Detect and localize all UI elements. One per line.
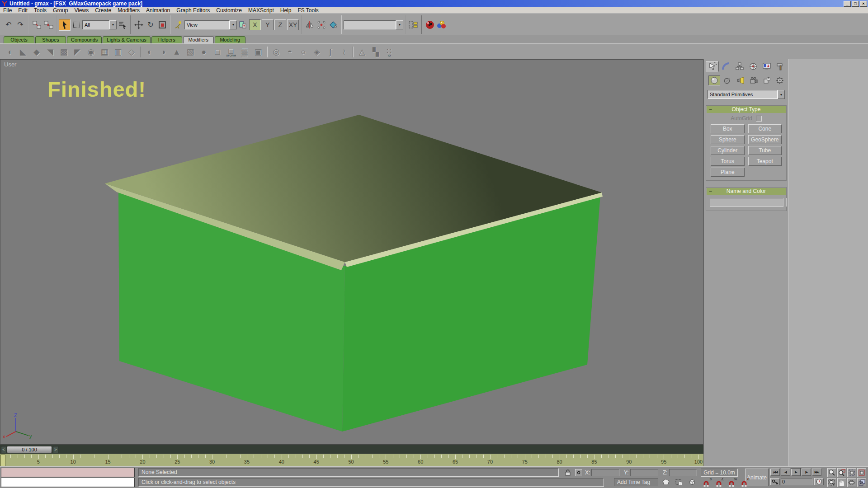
modifier-icon-explode[interactable]: ▲ [170, 46, 184, 58]
time-marker[interactable] [0, 455, 5, 466]
primitives-dropdown[interactable]: Standard Primitives ▼ [708, 90, 785, 99]
menu-customize[interactable]: Customize [213, 7, 245, 14]
min-max-toggle-button[interactable] [857, 478, 866, 487]
category-shapes[interactable] [722, 75, 733, 85]
tab-lights-cameras[interactable]: Lights & Cameras [103, 36, 150, 43]
axis-z-button[interactable]: Z [274, 19, 286, 30]
array-icon[interactable] [316, 19, 327, 31]
next-frame-arrow[interactable]: > [53, 446, 58, 453]
tab-hierarchy[interactable] [733, 61, 746, 72]
menu-edit[interactable]: Edit [15, 7, 31, 14]
modifier-icon-taper[interactable]: ◣ [16, 46, 30, 58]
category-cameras[interactable] [748, 75, 760, 85]
redo-icon[interactable]: ↷ [14, 19, 26, 31]
object-type-button-cone[interactable]: Cone [748, 124, 782, 133]
select-and-link-icon[interactable] [31, 19, 42, 31]
coordinate-system-dropdown[interactable]: View ▼ [184, 20, 237, 29]
menu-tools[interactable]: Tools [31, 7, 50, 14]
category-systems[interactable] [774, 75, 786, 85]
move-icon[interactable] [133, 19, 145, 31]
object-type-button-cylinder[interactable]: Cylinder [711, 146, 745, 155]
tab-compounds[interactable]: Compounds [67, 36, 102, 43]
modifier-icon-spline[interactable]: ∫ [324, 46, 337, 58]
polygon-icon[interactable] [662, 479, 670, 486]
next-frame-button[interactable]: |▶ [802, 469, 811, 476]
menu-modifiers[interactable]: Modifiers [114, 7, 143, 14]
time-slider-track[interactable]: < 0 / 100 > [0, 445, 703, 454]
menu-fs-tools[interactable]: FS Tools [294, 7, 321, 14]
modifier-icon-cage[interactable]: ▣ [251, 46, 265, 58]
chevron-down-icon[interactable]: ▼ [778, 90, 785, 99]
previous-frame-arrow[interactable]: < [1, 446, 6, 453]
undo-icon[interactable]: ↶ [3, 19, 14, 31]
tab-modeling[interactable]: Modeling [215, 36, 245, 43]
use-center-icon[interactable] [237, 19, 249, 31]
go-to-end-button[interactable]: ▶▶| [812, 469, 821, 476]
modifier-icon-bend[interactable]: ◖ [3, 46, 16, 58]
modifier-icon-push[interactable]: ▦ [98, 46, 111, 58]
cube-icon[interactable] [688, 479, 696, 486]
modifier-icon-spherify[interactable]: ● [197, 46, 211, 58]
tab-shapes[interactable]: Shapes [35, 36, 66, 43]
chevron-down-icon[interactable]: ▼ [230, 20, 237, 29]
modifier-icon-chamfer[interactable]: ◐ [143, 46, 156, 58]
time-configuration-button[interactable] [814, 478, 824, 485]
select-object-button[interactable] [59, 19, 71, 31]
menu-help[interactable]: Help [277, 7, 295, 14]
snap-toggle-icon[interactable]: 3 [701, 478, 712, 487]
modifier-icon-relax[interactable]: ▥ [111, 46, 125, 58]
object-color-swatch[interactable] [786, 198, 787, 207]
modifier-icon-elbow[interactable]: ◑ [156, 46, 170, 58]
zoom-all-button[interactable] [837, 468, 846, 477]
arc-rotate-button[interactable] [847, 478, 856, 487]
zoom-button[interactable] [827, 468, 836, 477]
tab-objects[interactable]: Objects [4, 36, 34, 43]
modifier-icon-twist[interactable]: ◆ [30, 46, 43, 58]
tab-utilities[interactable] [774, 61, 787, 72]
viewport-user[interactable]: User Finished! Z x y [0, 59, 703, 445]
modifier-icon-globe-dotted[interactable]: ◓ [283, 46, 297, 58]
object-type-button-sphere[interactable]: Sphere [711, 135, 745, 144]
axis-xy-button[interactable]: XY [287, 19, 299, 30]
viewport-label[interactable]: User [4, 61, 16, 68]
modifier-icon-globe-wire[interactable]: ◎ [269, 46, 283, 58]
percent-snap-icon[interactable]: % [726, 478, 737, 487]
modifier-icon-stretch[interactable]: ◤ [71, 46, 84, 58]
modifier-icon-spline-edit[interactable]: ≀ [337, 46, 351, 58]
z-coordinate-field[interactable] [669, 469, 697, 476]
go-to-start-button[interactable]: |◀◀ [770, 469, 780, 476]
tab-create[interactable] [706, 61, 719, 72]
axis-y-button[interactable]: Y [262, 19, 274, 30]
modifier-icon-dot-sphere[interactable]: ○ [297, 46, 310, 58]
scale-icon[interactable] [156, 19, 168, 31]
tab-display[interactable] [760, 61, 773, 72]
modifier-icon-noise[interactable]: ▩ [57, 46, 71, 58]
set-key-button[interactable] [770, 478, 780, 485]
material-editor-icon[interactable] [436, 19, 448, 31]
absolute-offset-toggle[interactable] [575, 469, 582, 476]
y-coordinate-field[interactable] [630, 469, 658, 476]
current-frame-field[interactable] [781, 478, 812, 485]
time-slider-button[interactable]: 0 / 100 [7, 446, 52, 453]
object-type-button-teapot[interactable]: Teapot [748, 157, 782, 166]
x-coordinate-field[interactable] [591, 469, 619, 476]
selection-filter-dropdown[interactable]: All ▼ [82, 20, 117, 29]
tab-modify[interactable] [719, 61, 732, 72]
modifier-icon-mirror[interactable]: ▧ [184, 46, 197, 58]
close-button[interactable]: × [860, 1, 867, 7]
object-type-header[interactable]: −Object Type [707, 106, 786, 113]
rotate-icon[interactable]: ↻ [145, 19, 156, 31]
modifier-icon-projection[interactable]: △ [355, 46, 369, 58]
angle-snap-icon[interactable]: ∠ [713, 478, 724, 487]
tab-modifiers[interactable]: Modifiers [183, 36, 214, 43]
maximize-button[interactable]: □ [852, 1, 859, 7]
modifier-icon-squeeze[interactable]: ◉ [84, 46, 98, 58]
menu-graph-editors[interactable]: Graph Editors [173, 7, 213, 14]
object-type-button-plane[interactable]: Plane [711, 168, 745, 177]
modifier-icon-barrel[interactable]: □ [211, 46, 224, 58]
house-model[interactable] [0, 60, 703, 445]
tab-helpers[interactable]: Helpers [151, 36, 182, 43]
align-icon[interactable] [327, 19, 339, 31]
modifier-icon-material-id[interactable]: ∷ID [382, 46, 396, 58]
hand-dotted-box-icon[interactable] [675, 479, 684, 486]
